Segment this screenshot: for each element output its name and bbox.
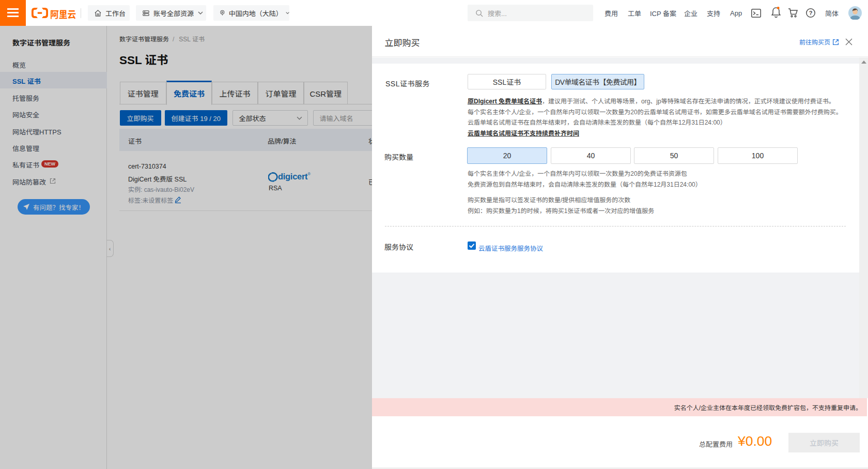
svg-text:?: ? bbox=[809, 10, 813, 16]
